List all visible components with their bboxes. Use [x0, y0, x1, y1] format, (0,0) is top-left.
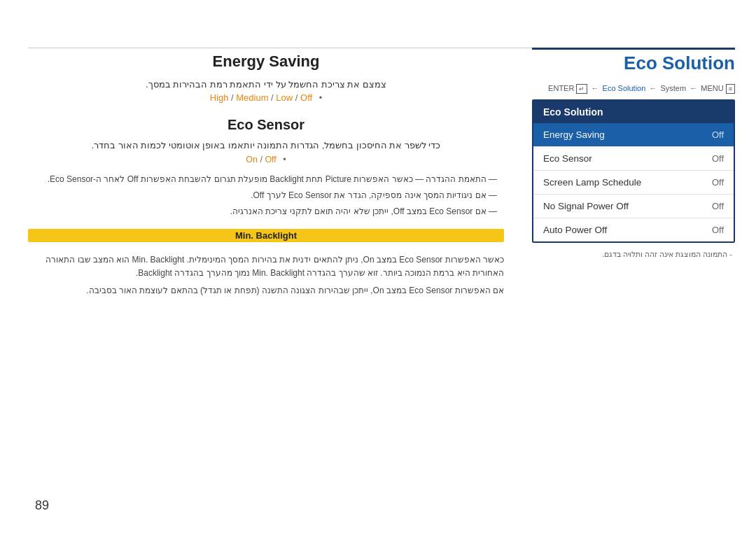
menu-item-no-signal-label: No Signal Power Off: [543, 201, 629, 211]
page-number: 89: [35, 498, 49, 513]
energy-saving-options: High / Medium / Low / Off •: [28, 92, 504, 103]
options-high: High: [210, 92, 229, 103]
options-off: Off: [300, 92, 312, 103]
menu-item-screen-lamp-label: Screen Lamp Schedule: [543, 177, 641, 188]
options-low: Low: [276, 92, 293, 103]
menu-item-energy-saving-value: Off: [712, 129, 724, 140]
menu-item-auto-power[interactable]: Auto Power Off Off: [533, 218, 734, 241]
options-bullet: •: [319, 92, 323, 103]
paragraph2: אם האפשרות Eco Sensor במצב On, ייתכן שבה…: [28, 284, 504, 297]
eco-sensor-options: On / Off •: [28, 155, 504, 164]
eco-sensor-title: Eco Sensor: [28, 117, 504, 133]
menu-item-screen-lamp-value: Off: [712, 177, 724, 188]
menu-item-no-signal[interactable]: No Signal Power Off Off: [533, 195, 734, 218]
menu-item-no-signal-value: Off: [712, 201, 724, 211]
breadcrumb: ENTER ↵ ← Eco Solution ← System ← MENU ≡: [532, 84, 735, 94]
eco-off: Off: [265, 155, 276, 164]
energy-saving-title: Energy Saving: [28, 52, 504, 71]
menu-item-energy-saving-label: Energy Saving: [543, 129, 605, 140]
menu-item-eco-sensor[interactable]: Eco Sensor Off: [533, 147, 734, 171]
menu-item-auto-power-value: Off: [712, 225, 724, 235]
breadcrumb-enter: ENTER ↵: [548, 84, 589, 92]
eco-bullet1: — התאמת ההגדרה — כאשר האפשרות Picture תח…: [28, 173, 504, 185]
paragraph1: כאשר האפשרות Eco Sensor במצב On, ניתן לה…: [28, 253, 504, 280]
eco-bullet2: — אם ניגודיות המסך אינה מספיקה, הגדר את …: [28, 189, 504, 202]
breadcrumb-eco: Eco Solution: [603, 84, 646, 92]
sep3: /: [295, 92, 300, 103]
bc-arrow2: ←: [649, 84, 657, 92]
eco-menu-box: Eco Solution Energy Saving Off Eco Senso…: [532, 99, 735, 243]
energy-saving-description: צמצם את צריכת החשמל על ידי התאמת רמת הבה…: [28, 79, 504, 90]
menu-item-eco-sensor-label: Eco Sensor: [543, 153, 592, 164]
breadcrumb-system: System: [660, 84, 686, 92]
menu-item-eco-sensor-value: Off: [712, 153, 724, 164]
right-panel-title: Eco Solution: [532, 52, 735, 74]
bc-arrow1: ←: [592, 84, 599, 92]
right-accent-line: [532, 48, 735, 50]
left-content-area: Energy Saving צמצם את צריכת החשמל על ידי…: [28, 52, 504, 302]
menu-item-energy-saving[interactable]: Energy Saving Off: [533, 123, 734, 147]
min-backlight-badge: Min. Backlight: [28, 229, 504, 242]
eco-bullet3: — אם Eco Sensor במצב Off, ייתכן שלא יהיה…: [28, 205, 504, 218]
eco-menu-header: Eco Solution: [533, 101, 734, 123]
right-panel: Eco Solution ENTER ↵ ← Eco Solution ← Sy…: [532, 52, 735, 259]
bc-arrow3: ←: [690, 84, 697, 92]
min-backlight-wrap: Min. Backlight: [28, 223, 504, 248]
options-medium: Medium: [236, 92, 268, 103]
eco-bullet: •: [283, 155, 286, 164]
eco-sensor-description: כדי לשפר את החיסכון בחשמל, הגדרות התמונה…: [28, 140, 504, 150]
breadcrumb-menu: MENU ≡: [701, 84, 735, 92]
eco-on: On: [246, 155, 258, 164]
right-note: התמונה המוצגת אינה זהה ותלויה בדגם.: [532, 250, 735, 259]
menu-item-screen-lamp[interactable]: Screen Lamp Schedule Off: [533, 171, 734, 195]
menu-item-auto-power-label: Auto Power Off: [543, 225, 607, 235]
